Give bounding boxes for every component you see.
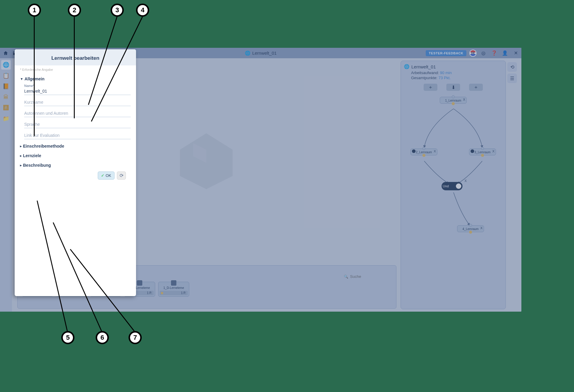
view-graph-icon[interactable]: ⟲ <box>507 62 517 72</box>
modal-title: Lernwelt bearbeiten <box>15 49 136 65</box>
field-name: Name* <box>24 84 131 95</box>
points-stat: Gesamtpunkte: 73 Pkt. <box>411 76 503 80</box>
authors-input[interactable] <box>24 110 131 117</box>
language-badge[interactable]: DE <box>469 50 477 57</box>
graph-node-1[interactable]: X1_Lernraum <box>440 97 467 104</box>
nav-adapt-icon[interactable]: 🅰 <box>1 103 11 113</box>
chevron-right-icon: ▸ <box>20 154 22 158</box>
nav-story-icon[interactable]: 📙 <box>1 82 11 91</box>
search-icon: 🔍 <box>344 275 348 279</box>
help-icon[interactable]: ❓ <box>490 49 498 57</box>
add-gate-button[interactable]: ＋ <box>469 84 483 91</box>
element-card[interactable]: 1_D-Lerneleme1 P. <box>158 282 189 297</box>
eye-icon <box>471 149 474 153</box>
title-text: Lernwelt_01 <box>252 50 277 56</box>
close-icon[interactable]: X <box>480 226 483 230</box>
chevron-right-icon: ▸ <box>20 163 22 167</box>
callout-1: 1 <box>28 4 41 17</box>
home-icon[interactable] <box>2 49 10 57</box>
ok-button[interactable]: ✓OK <box>98 172 115 180</box>
gate-node[interactable]: UndX <box>442 182 462 190</box>
edit-world-modal: Lernwelt bearbeiten * Erforderliche Anga… <box>15 49 136 296</box>
nav-doc-icon[interactable]: 📋 <box>1 71 11 80</box>
check-icon: ✓ <box>101 173 104 178</box>
chevron-down-icon: ▼ <box>20 77 23 81</box>
graph-node-4[interactable]: X4_Lernraum <box>457 225 484 232</box>
search-input[interactable] <box>350 274 392 279</box>
add-node-button[interactable]: ＋ <box>424 84 437 91</box>
window-title: 🌐 Lernwelt_01 <box>245 50 277 56</box>
callout-7: 7 <box>129 331 142 344</box>
close-icon[interactable]: X <box>434 149 436 153</box>
close-icon[interactable]: ✕ <box>512 49 520 57</box>
watermark-icon <box>173 127 239 192</box>
gate-toggle[interactable] <box>456 183 461 189</box>
name-input[interactable] <box>24 88 131 95</box>
callout-4: 4 <box>136 4 149 17</box>
nav-room-icon[interactable]: 🏛 <box>1 92 11 102</box>
refresh-button[interactable]: ⟳ <box>117 172 126 180</box>
feedback-button[interactable]: TESTER-FEEDBACK <box>426 50 466 56</box>
user-icon[interactable]: 👤 <box>501 49 509 57</box>
globe-icon: 🌐 <box>245 50 251 56</box>
element-type-icon <box>137 280 142 286</box>
eye-icon <box>412 149 416 153</box>
graph-canvas[interactable]: X1_Lernraum X2_Lernraum X3_Lernraum UndX… <box>404 94 503 306</box>
left-rail: 🌐 📋 📙 🏛 🅰 📁 <box>0 58 12 312</box>
graph-node-2[interactable]: X2_Lernraum <box>410 148 437 155</box>
close-icon[interactable]: X <box>465 179 467 183</box>
search-box: 🔍 <box>344 274 392 279</box>
required-note: * Erforderliche Angabe <box>20 68 131 71</box>
globe-icon: 🌐 <box>404 64 410 69</box>
language-input[interactable] <box>24 121 131 128</box>
target-icon[interactable]: ◎ <box>480 49 487 57</box>
section-general[interactable]: ▼Allgemein <box>20 76 131 82</box>
callout-5: 5 <box>61 331 74 344</box>
app-window: ↶ ↷ 🌐 Lernwelt_01 TESTER-FEEDBACK DE ◎ ❓… <box>0 48 521 312</box>
workload-stat: Arbeitsaufwand: 90 min <box>411 71 503 75</box>
chevron-right-icon: ▸ <box>20 144 22 148</box>
close-icon[interactable]: X <box>492 149 494 153</box>
leader-2 <box>74 17 75 118</box>
rp-title: 🌐 Lernwelt_01 <box>404 64 503 69</box>
import-button[interactable]: ⬇ <box>446 84 460 91</box>
graph-node-3[interactable]: X3_Lernraum <box>469 148 496 155</box>
callout-3: 3 <box>111 4 124 17</box>
close-icon[interactable]: X <box>463 98 465 101</box>
section-description[interactable]: ▸Beschreibung <box>20 162 131 169</box>
right-panel: ⟲ ☰ 🌐 Lernwelt_01 Arbeitsaufwand: 90 min… <box>401 61 506 309</box>
section-goals[interactable]: ▸Lernziele <box>20 152 131 159</box>
callout-2: 2 <box>68 4 81 17</box>
shortname-input[interactable] <box>24 99 131 106</box>
name-label: Name* <box>24 84 131 88</box>
leader-1 <box>34 17 35 136</box>
element-type-icon <box>171 280 176 286</box>
section-enrollment[interactable]: ▸Einschreibemethode <box>20 143 131 149</box>
view-list-icon[interactable]: ☰ <box>507 74 517 83</box>
nav-world-icon[interactable]: 🌐 <box>1 60 11 70</box>
nav-folder-icon[interactable]: 📁 <box>1 114 11 123</box>
evallink-input[interactable] <box>24 132 131 139</box>
callout-6: 6 <box>96 331 109 344</box>
